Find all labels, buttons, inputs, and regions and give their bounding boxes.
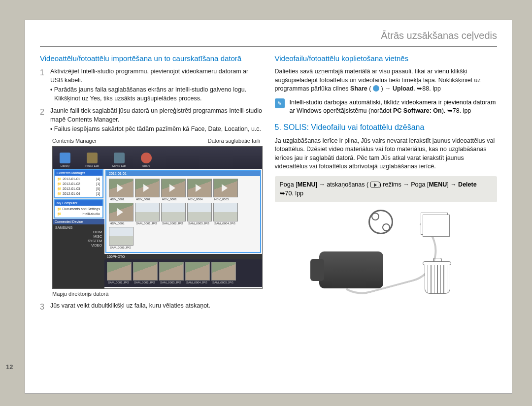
note-icon: ✎: [275, 98, 285, 108]
delete-diagram: [307, 210, 465, 298]
playback-icon: [370, 182, 379, 187]
left-section-title: Videoattēlu/fotoattēlu importēšana un to…: [40, 54, 263, 62]
film-reel-icon: [368, 210, 393, 234]
breadcrumb-title: Ātrās uzsākšanas ceļvedis: [40, 30, 497, 41]
sidebar-hdr-contents: Contents Manager: [55, 170, 102, 176]
trash-icon: [423, 261, 452, 296]
page: Ātrās uzsākšanas ceļvedis Videoattēlu/fo…: [25, 20, 512, 394]
step-1-text: Aktivizējiet Intelli-studio programmu, p…: [50, 68, 248, 84]
right-section1-title: Videofailu/fotoattēlu koplietošana vietn…: [275, 54, 498, 62]
screenshot-top-captions: Contents Manager Datorā saglabātie faili: [40, 138, 263, 144]
divider: [40, 46, 497, 47]
note-block: ✎ Intelli-studio darbojas automātiski, t…: [275, 98, 498, 116]
caption-saved-files: Datorā saglabātie faili: [208, 138, 260, 144]
share-paragraph: Dalieties savā uzņemtajā materiālā ar vi…: [275, 67, 498, 94]
step-3-text: Jūs varat veikt dubultklikšķi uz faila, …: [50, 302, 210, 309]
sidebar-hdr-mycomputer: My Computer: [55, 200, 102, 206]
photo-stack-icon: [423, 215, 450, 237]
share-icon: [373, 85, 379, 92]
camcorder-icon: [319, 251, 383, 288]
step-number: 2: [40, 107, 44, 134]
left-column: Videoattēlu/fotoattēlu importēšana un to…: [40, 54, 263, 316]
sidebar-hdr-device: Connected Device: [53, 219, 104, 224]
step-1-bullet: Parādās jauns faila saglabāšanas ekrāns …: [50, 86, 263, 103]
right-column: Videofailu/fotoattēlu koplietošana vietn…: [275, 54, 498, 316]
step-1: 1 Aktivizējiet Intelli-studio programmu,…: [40, 67, 263, 103]
menu-path-box: Poga [MENU] → atskaņošanas ( ) režīms → …: [275, 176, 498, 203]
step5-title: 5. SOLIS: Videofailu vai fotoattēlu dzēš…: [275, 123, 498, 132]
caption-folder-directory: Mapju direktorijs datorā: [52, 291, 263, 297]
step-2-bullet: Failus iespējams sakārtot pēc tādām pazī…: [50, 125, 263, 134]
step-3: 3 Jūs varat veikt dubultklikšķi uz faila…: [40, 302, 263, 312]
intelli-studio-screenshot: Library Photo Edit Movie Edit Share Cont…: [52, 146, 263, 289]
page-number: 12: [6, 363, 13, 371]
step-2-text: Jaunie faili tiek saglabāti jūsu datorā …: [50, 107, 262, 123]
step-number: 1: [40, 67, 44, 103]
step-number: 3: [40, 302, 44, 312]
thumbs-date-header: 2012-01-01: [106, 171, 260, 176]
delete-paragraph: Ja uzglabāšanas ierīce ir pilna, Jūs vai…: [275, 137, 498, 171]
caption-contents-manager: Contents Manager: [52, 138, 97, 144]
step-2: 2 Jaunie faili tiek saglabāti jūsu dator…: [40, 107, 263, 134]
